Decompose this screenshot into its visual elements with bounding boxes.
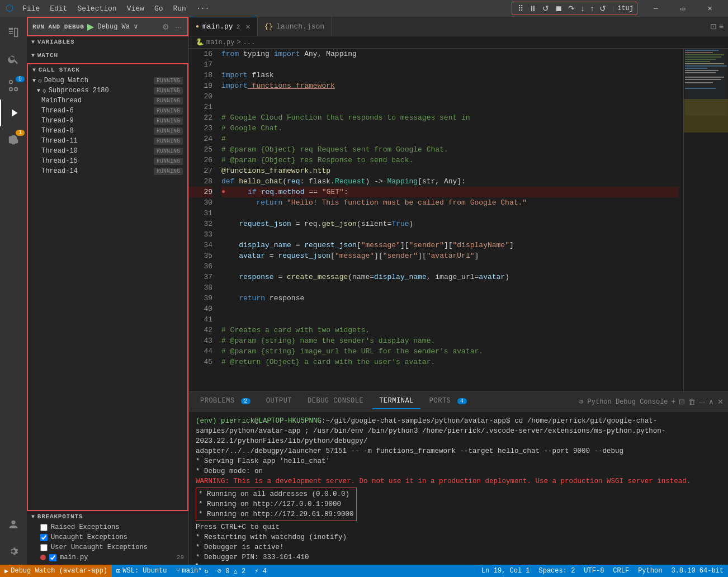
status-eol[interactable]: CRLF (608, 565, 634, 577)
code-content[interactable]: from typing import Any, Mappingimport fl… (217, 49, 683, 391)
minimap[interactable] (683, 49, 728, 391)
tab-close-icon[interactable]: ✕ (245, 22, 250, 31)
line-number: 32 (189, 219, 212, 229)
activity-extensions[interactable]: 1 (0, 126, 27, 153)
panel-tabs: PROBLEMS 2 OUTPUT DEBUG CONSOLE TERMINAL… (189, 392, 728, 412)
activity-settings[interactable] (0, 538, 27, 565)
breakpoint-item[interactable]: User Uncaught Exceptions (27, 542, 188, 552)
callstack-item[interactable]: Thread-10RUNNING (28, 146, 187, 156)
panel-tab-debug-console[interactable]: DEBUG CONSOLE (301, 394, 370, 409)
start-debug-button[interactable]: ▶ (87, 21, 94, 32)
activity-run-debug[interactable] (0, 100, 27, 126)
debug-continue-btn[interactable]: ↺ (597, 3, 608, 13)
code-token: response (239, 272, 273, 282)
callstack-header[interactable]: ▼ CALL STACK (28, 64, 187, 75)
breakpoint-label: main.py (60, 554, 88, 561)
debug-config-dropdown[interactable]: Debug Wa ∨ (97, 22, 158, 31)
code-line (221, 314, 679, 325)
more-actions-btn[interactable]: ··· (174, 21, 183, 32)
callstack-item[interactable]: Thread-15RUNNING (28, 156, 187, 166)
debug-step-out-btn[interactable]: ↑ (588, 3, 596, 13)
split-terminal-btn[interactable]: ⊡ (679, 398, 685, 406)
status-python-version[interactable]: 3.8.10 64-bit (666, 565, 728, 577)
code-token: @functions_framework.http (221, 165, 330, 176)
menu-more[interactable]: ··· (192, 3, 214, 14)
breakpoint-item[interactable]: main.py29 (27, 552, 188, 562)
debug-step-over-btn[interactable]: ↷ (566, 3, 577, 13)
callstack-item[interactable]: Thread-11RUNNING (28, 136, 187, 146)
activity-account[interactable] (0, 511, 27, 538)
maximize-panel-btn[interactable]: ∧ (708, 398, 714, 406)
breadcrumb-more[interactable]: ... (243, 39, 256, 46)
activity-source-control[interactable]: 5 (0, 73, 27, 100)
breakpoints-label: BREAKPOINTS (37, 513, 83, 520)
callstack-item[interactable]: MainThreadRUNNING (28, 96, 187, 106)
code-token: "sender" (409, 240, 444, 250)
minimize-btn[interactable]: ─ (643, 0, 669, 17)
status-position[interactable]: Ln 19, Col 1 (477, 565, 534, 577)
debug-layout-btn[interactable]: ⠿ (516, 3, 526, 13)
callstack-item[interactable]: Thread-6RUNNING (28, 106, 187, 116)
callstack-item[interactable]: ▼⚙Subprocess 2180RUNNING (28, 86, 187, 96)
breakpoint-checkbox[interactable] (40, 524, 48, 531)
panel-tab-ports[interactable]: PORTS 4 (423, 394, 474, 409)
settings-gear-icon[interactable]: ⚙ (161, 21, 171, 32)
menu-run[interactable]: Run (168, 3, 190, 14)
menu-go[interactable]: Go (150, 3, 168, 14)
status-language[interactable]: Python (634, 565, 666, 577)
status-spaces[interactable]: Spaces: 2 (535, 565, 580, 577)
debug-step-into-btn[interactable]: ↓ (578, 3, 587, 13)
breakpoint-checkbox[interactable] (40, 544, 48, 551)
more-panel-btn[interactable]: ··· (699, 398, 705, 406)
close-btn[interactable]: ✕ (697, 0, 722, 17)
status-workers[interactable]: ⚡ 4 (250, 565, 271, 577)
breakpoint-item[interactable]: Raised Exceptions (27, 522, 188, 532)
callstack-item[interactable]: ▼⚙Debug WatchRUNNING (28, 75, 187, 86)
status-encoding[interactable]: UTF-8 (579, 565, 608, 577)
code-token (221, 240, 239, 250)
code-token: [ (357, 240, 361, 250)
maximize-btn[interactable]: ▭ (670, 0, 696, 17)
tab-main-py[interactable]: ● main.py 2 ✕ (189, 17, 258, 36)
close-panel-btn[interactable]: ✕ (717, 398, 724, 406)
more-tabs-btn[interactable]: ≡ (719, 22, 724, 31)
menu-edit[interactable]: Edit (45, 3, 72, 14)
breadcrumb-file[interactable]: main.py (206, 39, 234, 46)
tab-main-py-label: main.py (202, 22, 233, 31)
debug-pause-btn[interactable]: ⏸ (527, 3, 539, 13)
terminal-content[interactable]: (env) pierrick@LAPTOP-HKU5PNNG:~/git/goo… (189, 412, 728, 565)
kill-terminal-btn[interactable]: 🗑 (688, 398, 696, 406)
breakpoint-item[interactable]: Uncaught Exceptions (27, 532, 188, 542)
activity-search[interactable] (0, 46, 27, 73)
menu-view[interactable]: View (122, 3, 149, 14)
status-branch[interactable]: ⑂ main* ↻ (172, 565, 213, 577)
debug-restart-btn[interactable]: ↺ (540, 3, 551, 13)
breakpoints-header[interactable]: ▼ BREAKPOINTS (27, 511, 188, 522)
callstack-item[interactable]: Thread-9RUNNING (28, 116, 187, 126)
add-terminal-btn[interactable]: + (672, 398, 676, 406)
code-token: "GET" (318, 187, 344, 197)
panel-tab-terminal[interactable]: TERMINAL (372, 394, 420, 409)
svg-rect-7 (685, 59, 716, 60)
menu-selection[interactable]: Selection (73, 3, 121, 14)
source-control-badge: 5 (16, 76, 25, 82)
variables-header[interactable]: ▼ VARIABLES (27, 36, 188, 48)
breakpoint-checkbox[interactable] (49, 554, 56, 561)
callstack-item[interactable]: Thread-8RUNNING (28, 126, 187, 136)
breakpoint-line-number: 29 (177, 554, 184, 561)
status-debug-session[interactable]: ▶ Debug Watch (avatar-app) (0, 565, 112, 577)
callstack-item[interactable]: Thread-14RUNNING (28, 166, 187, 176)
tab-launch-json[interactable]: {} launch.json (258, 17, 332, 36)
panel-tab-problems[interactable]: PROBLEMS 2 (193, 394, 257, 409)
breakpoint-checkbox[interactable] (40, 534, 48, 541)
status-wsl[interactable]: ⊞ WSL: Ubuntu (112, 565, 171, 577)
status-spaces-label: Spaces: 2 (539, 567, 575, 575)
watch-header[interactable]: ▼ WATCH (27, 50, 188, 61)
activity-explore[interactable] (0, 19, 27, 46)
split-editor-btn[interactable]: ⊡ (710, 22, 717, 31)
debug-stop-btn[interactable]: ⏹ (552, 3, 565, 13)
menu-file[interactable]: File (18, 3, 44, 14)
panel-tab-output[interactable]: OUTPUT (259, 394, 299, 409)
status-errors[interactable]: ⊘ 0 △ 2 (213, 565, 250, 577)
svg-rect-8 (685, 61, 710, 62)
